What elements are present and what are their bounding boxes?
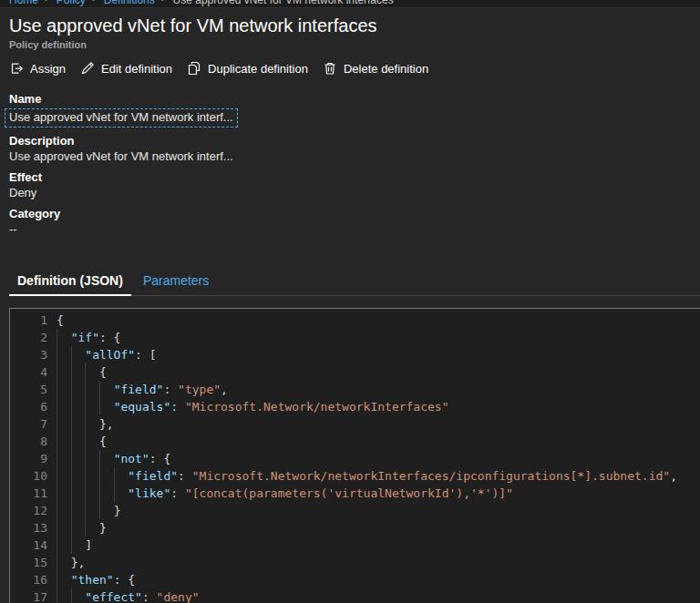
indent-guide xyxy=(99,502,100,519)
breadcrumb-items: Home>Policy>Definitions>Use approved vNe… xyxy=(0,0,700,6)
code-line[interactable]: 6 "equals": "Microsoft.Network/networkIn… xyxy=(10,398,700,415)
code-token: { xyxy=(99,365,107,379)
code-line[interactable]: 5 "field": "type", xyxy=(10,381,700,398)
code-line[interactable]: 11 "like": "[concat(parameters('virtualN… xyxy=(10,485,700,502)
code-token: "Microsoft.Network/networkInterfaces" xyxy=(185,400,449,414)
code-line[interactable]: 4 { xyxy=(10,363,700,381)
indent-guide xyxy=(57,398,57,415)
indent-guide xyxy=(71,588,72,603)
indent-guide xyxy=(57,381,57,398)
delete-definition-button[interactable]: Delete definition xyxy=(323,61,428,76)
indent-guide xyxy=(57,554,57,571)
indent-guide xyxy=(71,450,72,467)
delete-definition-label: Delete definition xyxy=(344,62,428,76)
indent-guide xyxy=(85,467,86,485)
indent-guide xyxy=(71,537,72,554)
indent-guide xyxy=(57,537,57,554)
code-line[interactable]: 14 ] xyxy=(10,537,700,554)
code-line-content[interactable]: ] xyxy=(57,537,700,554)
indent-guide xyxy=(57,329,57,346)
metadata-fields: Name Use approved vNet for VM network in… xyxy=(0,85,700,243)
code-line-content[interactable]: "field": "type", xyxy=(57,381,700,398)
code-line[interactable]: 3 "allOf": [ xyxy=(10,346,700,363)
indent-guide xyxy=(57,467,57,485)
code-line-content[interactable]: "not": { xyxy=(57,450,700,467)
duplicate-icon xyxy=(187,61,201,76)
code-line[interactable]: 12 } xyxy=(10,502,700,519)
code-token: "type" xyxy=(178,383,221,396)
code-line-content[interactable]: "effect": "deny" xyxy=(57,588,700,603)
indent-guide xyxy=(85,398,86,415)
breadcrumb-link[interactable]: Policy xyxy=(57,0,86,6)
breadcrumb-link[interactable]: Definitions xyxy=(104,0,155,6)
line-number: 1 xyxy=(10,312,47,329)
line-number: 5 xyxy=(10,381,47,398)
code-line[interactable]: 16 "then": { xyxy=(10,571,700,588)
code-line-content[interactable]: "allOf": [ xyxy=(57,346,700,363)
toolbar: Assign Edit definition Duplicate definit… xyxy=(0,50,700,85)
code-line[interactable]: 17 "effect": "deny" xyxy=(10,588,700,603)
indent-guide xyxy=(71,502,72,519)
edit-definition-label: Edit definition xyxy=(101,62,172,76)
breadcrumb-separator: > xyxy=(45,0,50,6)
indent-guide xyxy=(57,346,57,363)
code-line-content[interactable]: } xyxy=(57,502,700,519)
code-indent xyxy=(57,469,128,483)
line-number: 14 xyxy=(10,537,47,554)
code-line-content[interactable]: "then": { xyxy=(57,571,700,588)
line-number: 9 xyxy=(10,450,47,467)
edit-icon xyxy=(80,61,95,76)
code-token: "allOf" xyxy=(85,348,135,362)
tab-parameters[interactable]: Parameters xyxy=(135,269,217,295)
field-description: Description Use approved vNet for VM net… xyxy=(9,134,691,164)
code-line-content[interactable]: { xyxy=(57,363,700,381)
duplicate-definition-button[interactable]: Duplicate definition xyxy=(187,61,308,76)
effect-label: Effect xyxy=(9,170,691,185)
indent-guide xyxy=(57,450,57,467)
code-line-content[interactable]: { xyxy=(57,433,700,450)
indent-guide xyxy=(114,467,115,485)
line-number: 11 xyxy=(10,485,47,502)
code-line[interactable]: 15 }, xyxy=(10,554,700,571)
code-token: : xyxy=(163,383,178,396)
code-line-content[interactable]: { xyxy=(57,312,700,329)
tab-definition-json[interactable]: Definition (JSON) xyxy=(9,269,131,296)
line-number: 13 xyxy=(10,519,47,537)
code-line[interactable]: 1{ xyxy=(10,312,700,329)
indent-guide xyxy=(71,363,72,381)
code-indent xyxy=(57,434,99,448)
code-indent xyxy=(57,486,128,500)
code-line-content[interactable]: } xyxy=(57,519,700,537)
code-token: "equals" xyxy=(114,400,171,414)
code-token: } xyxy=(114,504,121,517)
indent-guide xyxy=(85,519,86,537)
code-line-content[interactable]: "field": "Microsoft.Network/networkInter… xyxy=(57,467,700,485)
indent-guide xyxy=(71,519,72,537)
code-line[interactable]: 2 "if": { xyxy=(10,329,700,346)
breadcrumb-link[interactable]: Home xyxy=(9,0,38,6)
code-token: : { xyxy=(99,331,120,344)
category-value: -- xyxy=(9,222,691,237)
indent-guide xyxy=(85,433,86,450)
code-token: }, xyxy=(71,556,86,569)
code-line-content[interactable]: "equals": "Microsoft.Network/networkInte… xyxy=(57,398,700,415)
breadcrumb-separator: > xyxy=(92,0,98,6)
field-effect: Effect Deny xyxy=(9,170,691,200)
description-value: Use approved vNet for VM network interf.… xyxy=(9,149,691,164)
edit-definition-button[interactable]: Edit definition xyxy=(80,61,172,76)
page-header: Use approved vNet for VM network interfa… xyxy=(0,8,700,50)
code-line[interactable]: 10 "field": "Microsoft.Network/networkIn… xyxy=(10,467,700,485)
code-token: }, xyxy=(99,417,114,431)
assign-button[interactable]: Assign xyxy=(9,61,66,76)
code-line[interactable]: 13 } xyxy=(10,519,700,537)
code-line-content[interactable]: }, xyxy=(57,415,700,433)
name-value[interactable]: Use approved vNet for VM network interf.… xyxy=(5,108,238,128)
field-name: Name Use approved vNet for VM network in… xyxy=(9,92,691,128)
json-editor[interactable]: 1{2 "if": {3 "allOf": [4 {5 "field": "ty… xyxy=(9,308,700,603)
code-line[interactable]: 7 }, xyxy=(10,415,700,433)
code-line[interactable]: 9 "not": { xyxy=(10,450,700,467)
code-line-content[interactable]: "like": "[concat(parameters('virtualNetw… xyxy=(57,485,700,502)
code-line-content[interactable]: }, xyxy=(57,554,700,571)
code-line-content[interactable]: "if": { xyxy=(57,329,700,346)
code-line[interactable]: 8 { xyxy=(10,433,700,450)
